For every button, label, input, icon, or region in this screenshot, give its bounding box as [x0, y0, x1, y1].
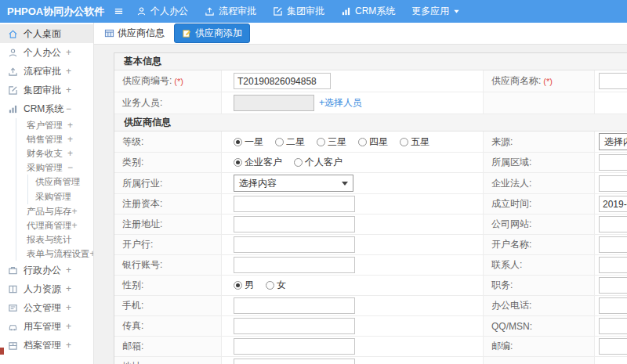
text-input[interactable] — [234, 236, 355, 253]
radio-button[interactable] — [400, 138, 408, 146]
field-control — [595, 235, 627, 254]
expand-toggle[interactable]: + — [67, 134, 73, 145]
radio-option[interactable]: 女 — [266, 279, 286, 292]
sidebar-item-17[interactable]: 公文管理+ — [0, 298, 93, 317]
expand-toggle[interactable]: + — [66, 85, 71, 96]
radio-button[interactable] — [275, 138, 284, 146]
expand-toggle[interactable]: + — [66, 321, 71, 332]
text-input[interactable] — [234, 359, 355, 364]
field-label: 所属行业: — [114, 173, 222, 193]
text-input[interactable] — [599, 318, 627, 334]
sidebar-item-10[interactable]: 采购管理 — [16, 189, 93, 204]
expand-toggle[interactable]: + — [66, 47, 71, 58]
sidebar-item-5[interactable]: 客户管理+ — [16, 118, 93, 132]
sidebar-item-2[interactable]: 流程审批+ — [0, 62, 93, 81]
sidebar-item-16[interactable]: 人力资源+ — [0, 279, 93, 298]
expand-toggle[interactable]: + — [66, 66, 71, 77]
expand-toggle[interactable]: + — [66, 302, 71, 313]
text-input[interactable] — [234, 257, 355, 273]
expand-toggle[interactable]: − — [67, 162, 73, 173]
text-input[interactable] — [234, 216, 355, 232]
radio-option[interactable]: 四星 — [358, 135, 388, 149]
text-input[interactable] — [234, 196, 355, 212]
expand-toggle[interactable]: + — [72, 206, 78, 217]
field-label: QQ/MSN: — [484, 316, 595, 336]
expand-toggle[interactable]: + — [66, 283, 71, 294]
topnav-item-4[interactable]: 更多应用 — [411, 5, 460, 18]
form-section: 基本信息供应商编号:(*)供应商名称:(*)业务人员:+选择人员 — [114, 53, 627, 114]
expand-toggle[interactable]: + — [67, 148, 73, 159]
radio-button[interactable] — [234, 138, 242, 146]
menu-icon[interactable] — [114, 6, 124, 16]
text-input[interactable] — [599, 236, 627, 253]
tab-supplier-add[interactable]: 供应商添加 — [174, 23, 250, 43]
text-input[interactable] — [599, 297, 627, 314]
radio-button[interactable] — [294, 158, 303, 167]
radio-option[interactable]: 企业客户 — [234, 156, 282, 169]
text-input[interactable] — [234, 318, 355, 334]
topnav-item-0[interactable]: 个人办公 — [136, 5, 188, 18]
select-box[interactable]: 选择内容 — [234, 175, 353, 192]
text-input[interactable] — [599, 338, 627, 355]
field-label-text: 供应商编号: — [122, 74, 172, 88]
field-control: 男女 — [222, 276, 484, 295]
text-input[interactable] — [599, 277, 627, 294]
topnav-item-1[interactable]: 流程审批 — [205, 5, 256, 18]
text-input[interactable] — [599, 73, 627, 89]
radio-option[interactable]: 二星 — [275, 135, 305, 149]
readonly-input[interactable] — [234, 95, 314, 111]
field-label-text: 银行账号: — [122, 258, 162, 272]
sidebar-item-18[interactable]: 用车管理+ — [0, 317, 93, 336]
radio-button[interactable] — [317, 138, 325, 146]
text-input[interactable] — [599, 216, 627, 232]
text-input[interactable] — [234, 73, 331, 89]
radio-option[interactable]: 男 — [234, 279, 254, 292]
tab-supplier-info[interactable]: 供应商信息 — [104, 27, 165, 40]
radio-option[interactable]: 一星 — [234, 135, 263, 149]
sidebar-item-3[interactable]: 集团审批+ — [0, 81, 93, 99]
expand-toggle[interactable]: + — [66, 265, 71, 276]
select-person-link[interactable]: +选择人员 — [319, 96, 362, 110]
field-label: 注册地址: — [114, 214, 222, 234]
expand-toggle[interactable]: + — [72, 220, 78, 231]
sidebar-item-12[interactable]: 代理商管理+ — [16, 218, 93, 232]
sidebar-item-11[interactable]: 产品与库存+ — [16, 204, 93, 218]
sidebar-item-19[interactable]: 档案管理+ — [0, 336, 93, 355]
sidebar-item-0[interactable]: 个人桌面 — [0, 24, 93, 43]
radio-option[interactable]: 个人客户 — [294, 156, 342, 169]
sidebar-item-7[interactable]: 财务收支+ — [16, 146, 93, 160]
radio-button[interactable] — [234, 281, 242, 290]
home-icon — [8, 29, 18, 39]
sidebar-item-15[interactable]: 行政办公+ — [0, 261, 93, 279]
sidebar-item-6[interactable]: 销售管理+ — [16, 132, 93, 146]
text-input[interactable] — [599, 175, 627, 192]
radio-button[interactable] — [358, 138, 367, 146]
select-box[interactable]: 选择内容 — [599, 133, 627, 150]
radio-option[interactable]: 五星 — [400, 135, 429, 149]
text-input[interactable] — [234, 338, 355, 355]
expand-toggle[interactable]: − — [66, 103, 71, 114]
sidebar-item-1[interactable]: 个人办公+ — [0, 43, 93, 62]
sidebar-item-8[interactable]: 采购管理− — [16, 160, 93, 175]
radio-option[interactable]: 三星 — [317, 135, 346, 149]
topnav-item-2[interactable]: 集团审批 — [273, 5, 324, 18]
radio-button[interactable] — [266, 281, 274, 290]
sidebar-item-label: 财务收支 — [27, 148, 63, 160]
sidebar-item-9[interactable]: 供应商管理 — [16, 175, 93, 189]
text-input[interactable] — [599, 257, 627, 273]
sidebar-item-label: 集团审批 — [24, 84, 61, 97]
text-input[interactable] — [599, 154, 627, 171]
expand-toggle[interactable]: + — [66, 340, 71, 351]
sidebar-item-13[interactable]: 报表与统计 — [16, 232, 93, 247]
text-input[interactable] — [234, 297, 355, 314]
field-label-text: 注册地址: — [122, 218, 162, 231]
form-row: 所属行业:选择内容企业法人: — [114, 173, 627, 194]
radio-button[interactable] — [234, 158, 242, 167]
sidebar-item-label: 行政办公 — [24, 264, 61, 277]
text-input[interactable] — [599, 196, 627, 212]
radio-label: 个人客户 — [305, 156, 342, 169]
sidebar-item-4[interactable]: CRM系统− — [0, 99, 93, 118]
topnav-item-3[interactable]: CRM系统 — [341, 5, 395, 18]
expand-toggle[interactable]: + — [67, 120, 73, 131]
sidebar-item-14[interactable]: 表单与流程设置+ — [16, 247, 93, 261]
